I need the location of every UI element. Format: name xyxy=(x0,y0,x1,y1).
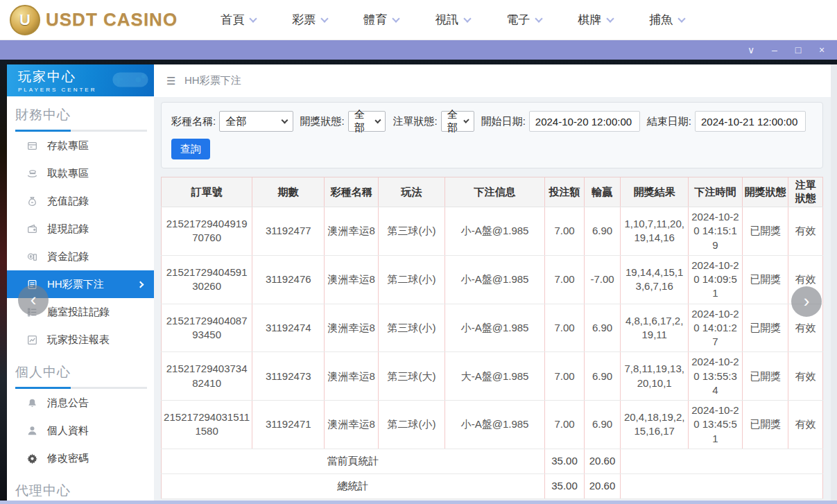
end-date-label: 結束日期: xyxy=(647,115,691,128)
table-cell: 已開獎 xyxy=(742,207,788,256)
table-cell: 2152172940408793450 xyxy=(162,304,252,352)
summary-bet: 35.00 xyxy=(545,473,585,498)
close-icon[interactable]: × xyxy=(813,42,830,58)
table-row: 215217294031511158031192471澳洲幸运8第二球(小)小-… xyxy=(162,401,823,449)
hamburger-icon[interactable]: ☰ xyxy=(166,75,178,87)
start-date-input[interactable] xyxy=(529,111,640,132)
table-cell: 7.00 xyxy=(545,207,585,256)
table-cell: 2152172940373482410 xyxy=(162,352,252,401)
lottery-select[interactable]: 全部 xyxy=(219,111,293,132)
table-cell: 31192471 xyxy=(252,401,325,449)
col-bet-time: 下注時間 xyxy=(689,177,743,207)
sidebar-item-label: 廳室投註記錄 xyxy=(47,306,110,319)
table-cell: 第二球(小) xyxy=(379,401,445,449)
sidebar-collapse-button[interactable]: ‹ xyxy=(18,285,49,315)
table-cell: 7.00 xyxy=(545,401,585,449)
table-cell: 澳洲幸运8 xyxy=(325,352,379,401)
sidebar-item-label: 充值記錄 xyxy=(47,195,89,208)
wallet-icon xyxy=(26,223,38,235)
nav-item-home[interactable]: 首頁 xyxy=(221,12,256,28)
chart-report-icon xyxy=(26,334,38,346)
table-cell: 澳洲幸运8 xyxy=(325,401,379,449)
window-chevron-icon[interactable]: ∨ xyxy=(743,42,759,58)
table-cell: 第三球(小) xyxy=(379,207,445,256)
table-body: 215217294049197076031192477澳洲幸运8第三球(小)小-… xyxy=(162,207,823,449)
sidebar-item-withdraw[interactable]: 取款專區 xyxy=(7,159,154,187)
table-cell: 19,14,4,15,13,6,7,16 xyxy=(621,255,689,304)
table-cell: 7.00 xyxy=(545,352,585,401)
nav-item-live[interactable]: 視訊 xyxy=(435,12,470,28)
sidebar-item-recharge-record[interactable]: 充值記錄 xyxy=(7,187,154,215)
table-cell: 小-A盤@1.985 xyxy=(445,401,544,449)
sidebar-item-profile[interactable]: 個人資料 xyxy=(7,417,154,444)
nav-label: 彩票 xyxy=(292,12,316,28)
lottery-select-value: 全部 xyxy=(225,115,246,128)
col-bet-info: 下注信息 xyxy=(445,177,544,207)
sidebar-item-change-password[interactable]: 修改密碼 xyxy=(7,444,154,472)
page-summary-row: 當前頁統計 35.00 20.60 xyxy=(162,449,823,473)
table-cell: 6.90 xyxy=(584,401,620,449)
logo-text: USDT CASINO xyxy=(46,9,178,31)
summary-bet: 35.00 xyxy=(545,449,585,473)
coin-logo-icon: U xyxy=(10,5,40,35)
col-draw-status: 開獎狀態 xyxy=(742,177,788,207)
lottery-label: 彩種名稱: xyxy=(171,115,216,128)
nav-item-sports[interactable]: 體育 xyxy=(363,12,399,28)
nav-label: 棋牌 xyxy=(578,12,601,28)
nav-item-chess[interactable]: 棋牌 xyxy=(578,12,613,28)
draw-status-select[interactable]: 全部 xyxy=(348,111,386,132)
sidebar-item-label: 取款專區 xyxy=(47,167,89,180)
table-cell: 有效 xyxy=(788,401,823,449)
minimize-icon[interactable]: – xyxy=(766,42,783,58)
sidebar-item-label: 消息公告 xyxy=(47,397,89,410)
summary-empty xyxy=(621,449,823,473)
nav-item-slots[interactable]: 電子 xyxy=(506,12,542,28)
nav-item-lottery[interactable]: 彩票 xyxy=(292,12,327,28)
table-cell: 6.90 xyxy=(584,352,620,401)
table-cell: 31192474 xyxy=(252,304,325,352)
players-center-header: 玩家中心 PLAYERS CENTER xyxy=(7,64,154,96)
table-cell: 2024-10-20 14:15:19 xyxy=(689,207,743,256)
table-cell: 20,4,18,19,2,15,16,17 xyxy=(621,401,689,449)
logo[interactable]: U USDT CASINO xyxy=(10,5,178,35)
end-date-input[interactable] xyxy=(695,111,806,132)
window-controls: ∨ – □ × xyxy=(743,42,830,58)
table-row: 215217294040879345031192474澳洲幸运8第三球(小)小-… xyxy=(162,304,823,352)
table-cell: 已開獎 xyxy=(742,352,788,401)
nav-label: 電子 xyxy=(506,12,530,28)
table-cell: 1,10,7,11,20,19,14,16 xyxy=(621,207,689,256)
main-nav: 首頁 彩票 體育 視訊 電子 棋牌 捕魚 xyxy=(221,0,684,40)
total-summary-row: 總統計 35.00 20.60 xyxy=(162,473,823,498)
table-cell: 6.90 xyxy=(584,304,620,352)
coin-ledger-icon xyxy=(26,251,38,263)
sidebar-item-withdrawal-record[interactable]: 提現記錄 xyxy=(7,215,154,243)
summary-empty xyxy=(621,473,823,498)
sidebar-item-player-bet-report[interactable]: 玩家投注報表 xyxy=(7,326,154,354)
panel-expand-button[interactable]: › xyxy=(791,286,822,317)
table-cell: 31192477 xyxy=(252,207,325,256)
table-cell: 第三球(小) xyxy=(379,304,445,352)
order-status-select[interactable]: 全部 xyxy=(441,111,474,132)
draw-status-label: 開獎狀態: xyxy=(300,115,345,128)
sidebar-item-announcements[interactable]: 消息公告 xyxy=(7,389,154,417)
nav-item-fishing[interactable]: 捕魚 xyxy=(649,12,684,28)
sidebar-item-label: 修改密碼 xyxy=(47,452,89,465)
table-cell: 2024-10-20 14:01:27 xyxy=(689,304,743,352)
col-bet-amount: 投注額 xyxy=(545,177,585,207)
sidebar-item-deposit[interactable]: 存款專區 xyxy=(7,132,154,159)
table-cell: 2024-10-20 14:09:51 xyxy=(689,255,743,304)
search-button[interactable]: 查詢 xyxy=(171,139,210,159)
money-bag-icon xyxy=(26,195,38,207)
person-icon xyxy=(26,425,38,437)
gear-icon xyxy=(26,453,38,464)
sidebar-item-funds-record[interactable]: 資金記錄 xyxy=(7,243,154,270)
chevron-down-icon xyxy=(535,15,542,22)
chevron-right-icon xyxy=(137,281,144,288)
filter-panel: 彩種名稱: 全部 開獎狀態: 全部 注單狀態: 全部 開始日期: 結束日期: xyxy=(161,102,823,168)
table-cell: 澳洲幸运8 xyxy=(325,304,379,352)
main-content: ☰ HH彩票下注 彩種名稱: 全部 開獎狀態: 全部 注單狀態: 全部 xyxy=(154,64,831,501)
table-cell: 小-A盤@1.985 xyxy=(445,304,544,352)
section-title-agent: 代理中心 xyxy=(7,472,154,501)
summary-label: 總統計 xyxy=(162,473,545,498)
maximize-icon[interactable]: □ xyxy=(790,42,806,58)
